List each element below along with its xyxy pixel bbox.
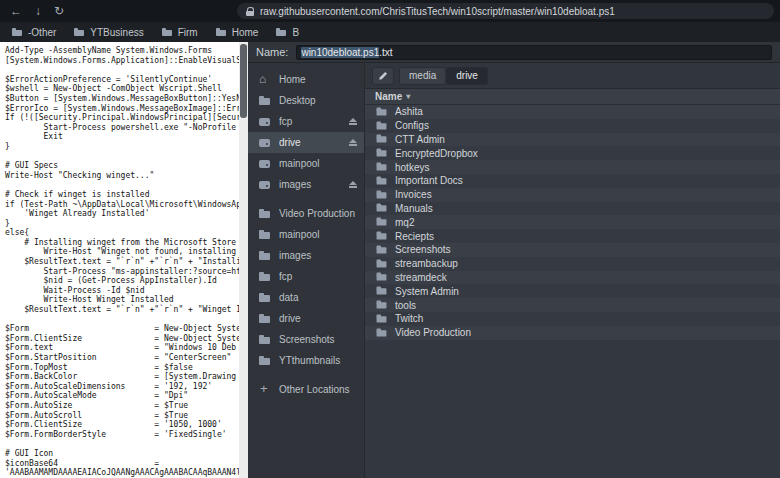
folder-row[interactable]: CTT Admin: [365, 133, 780, 147]
download-icon[interactable]: ↓: [35, 5, 41, 17]
filename-selected-text: win10debloat.ps1: [301, 47, 379, 58]
script-text: Add-Type -AssemblyName System.Windows.Fo…: [0, 42, 248, 478]
bookmark-label: YTBusiness: [90, 27, 143, 38]
folder-name: Screenshots: [395, 244, 451, 255]
sidebar-item-label: Other Locations: [279, 384, 358, 395]
refresh-icon[interactable]: ↻: [54, 5, 64, 17]
folder-row[interactable]: Configs: [365, 119, 780, 133]
folder-row[interactable]: hotkeys: [365, 160, 780, 174]
save-dialog: Name: win10debloat.ps1.txt Home Desktop …: [248, 42, 780, 478]
folder-row[interactable]: Ashita: [365, 105, 780, 119]
bookmarks-bar: -Other YTBusiness Firm Home B: [0, 22, 780, 42]
type-filename-button[interactable]: [372, 67, 394, 85]
folder-name: Video Production: [395, 327, 471, 338]
url-bar[interactable]: raw.githubusercontent.com/ChrisTitusTech…: [237, 3, 774, 19]
bookmark-item[interactable]: Home: [216, 27, 259, 38]
bookmark-folder-icon: [74, 27, 85, 37]
folder-icon: [376, 217, 388, 228]
folder-icon: [376, 286, 388, 297]
bookmark-item[interactable]: Firm: [162, 27, 198, 38]
folder-icon: [258, 292, 271, 304]
scrollbar-thumb[interactable]: [240, 44, 247, 118]
sidebar-item-label: mainpool: [279, 229, 358, 240]
folder-row[interactable]: Video Production: [365, 326, 780, 340]
sidebar-item-label: YTthumbnails: [279, 355, 358, 366]
sidebar-item-other-locations[interactable]: Other Locations: [248, 379, 364, 400]
folder-row[interactable]: Reciepts: [365, 229, 780, 243]
sidebar-item-images[interactable]: images: [248, 245, 364, 266]
folder-row[interactable]: System Admin: [365, 284, 780, 298]
eject-icon[interactable]: [348, 139, 358, 146]
bookmark-label: -Other: [28, 27, 56, 38]
page-content: Add-Type -AssemblyName System.Windows.Fo…: [0, 42, 248, 478]
filename-input[interactable]: win10debloat.ps1.txt: [296, 45, 772, 60]
sidebar-item-desktop[interactable]: Desktop: [248, 90, 364, 111]
folder-icon: [258, 334, 271, 346]
folder-name: Twitch: [395, 313, 423, 324]
folder-icon: [376, 327, 388, 338]
sidebar-item-ytthumbnails[interactable]: YTthumbnails: [248, 350, 364, 371]
sidebar-item-fcp[interactable]: fcp: [248, 266, 364, 287]
breadcrumb-drive[interactable]: drive: [446, 67, 488, 85]
sidebar-item-fcp[interactable]: fcp: [248, 111, 364, 132]
eject-icon[interactable]: [348, 181, 358, 188]
sidebar-item-label: data: [279, 292, 358, 303]
sidebar-item-drive[interactable]: drive: [248, 308, 364, 329]
back-icon[interactable]: ←: [10, 5, 22, 17]
page-scrollbar[interactable]: [239, 42, 248, 478]
dialog-body: Home Desktop fcp drive mainpool images V…: [248, 63, 780, 478]
bookmark-folder-icon: [216, 27, 227, 37]
sidebar-item-drive[interactable]: drive: [248, 132, 364, 153]
bookmark-item[interactable]: YTBusiness: [74, 27, 143, 38]
folder-icon: [376, 162, 388, 173]
sidebar-item-video-production[interactable]: Video Production: [248, 203, 364, 224]
bookmark-item[interactable]: -Other: [12, 27, 56, 38]
sidebar-item-images[interactable]: images: [248, 174, 364, 195]
drive-icon: [258, 158, 271, 170]
sidebar-item-mainpool[interactable]: mainpool: [248, 153, 364, 174]
lock-icon: [246, 7, 254, 16]
sidebar-item-label: fcp: [279, 271, 358, 282]
folder-name: hotkeys: [395, 162, 429, 173]
home-icon: [258, 74, 271, 86]
folder-icon: [376, 300, 388, 311]
list-header-name[interactable]: Name ▾: [365, 89, 780, 105]
folder-row[interactable]: EncryptedDropbox: [365, 146, 780, 160]
folder-name: Configs: [395, 120, 429, 131]
bookmark-item[interactable]: B: [276, 27, 299, 38]
folder-row[interactable]: Twitch: [365, 312, 780, 326]
folder-name: Manuals: [395, 203, 433, 214]
folder-row[interactable]: streambackup: [365, 257, 780, 271]
folder-icon: [376, 134, 388, 145]
folder-row[interactable]: tools: [365, 298, 780, 312]
folder-name: tools: [395, 300, 416, 311]
bookmark-label: Home: [232, 27, 259, 38]
folder-row[interactable]: Screenshots: [365, 243, 780, 257]
sidebar-item-label: Screenshots: [279, 334, 358, 345]
folder-icon: [376, 189, 388, 200]
sidebar-item-label: Video Production: [279, 208, 358, 219]
folder-icon: [376, 272, 388, 283]
folder-icon: [376, 244, 388, 255]
sidebar-item-mainpool[interactable]: mainpool: [248, 224, 364, 245]
sidebar-item-label: fcp: [279, 116, 340, 127]
eject-icon[interactable]: [348, 118, 358, 125]
bookmark-folder-icon: [12, 27, 23, 37]
screen: ← ↓ ↻ raw.githubusercontent.com/ChrisTit…: [0, 0, 780, 478]
sidebar-item-data[interactable]: data: [248, 287, 364, 308]
folder-name: streamdeck: [395, 272, 447, 283]
sidebar-item-home[interactable]: Home: [248, 69, 364, 90]
sidebar-item-screenshots[interactable]: Screenshots: [248, 329, 364, 350]
breadcrumb-media[interactable]: media: [399, 67, 446, 85]
folder-row[interactable]: Manuals: [365, 202, 780, 216]
sidebar-item-label: mainpool: [279, 158, 358, 169]
folder-row[interactable]: mq2: [365, 215, 780, 229]
filename-row: Name: win10debloat.ps1.txt: [248, 42, 780, 63]
folder-row[interactable]: streamdeck: [365, 271, 780, 285]
folder-row[interactable]: Important Docs: [365, 174, 780, 188]
crumb-label: media: [409, 70, 436, 81]
folder-row[interactable]: Invoices: [365, 188, 780, 202]
sidebar-item-label: drive: [279, 137, 340, 148]
folder-icon: [376, 231, 388, 242]
url-text: raw.githubusercontent.com/ChrisTitusTech…: [260, 6, 615, 17]
